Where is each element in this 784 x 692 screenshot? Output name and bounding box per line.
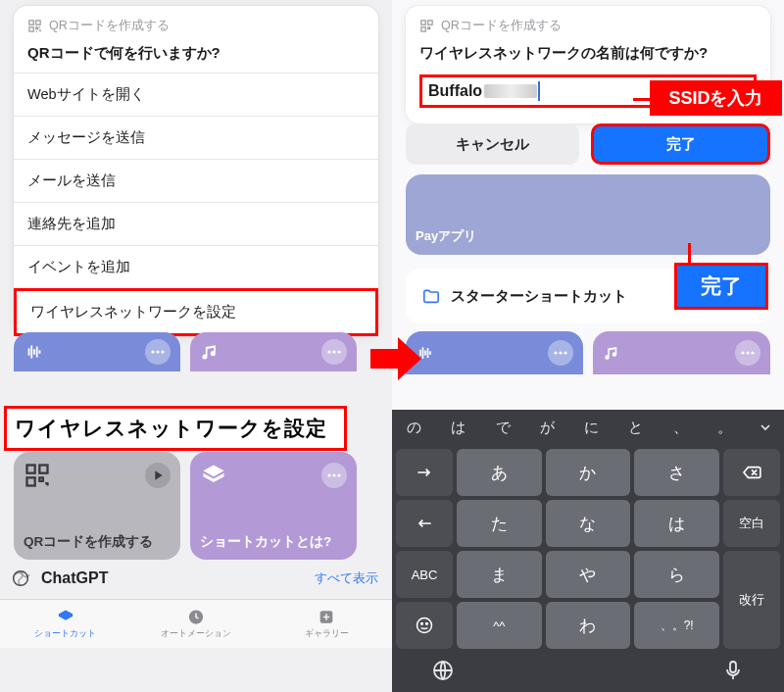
key[interactable]: 、。?! <box>634 602 719 649</box>
kbd-sug[interactable]: が <box>525 410 569 445</box>
svg-point-26 <box>751 351 754 354</box>
layers-icon <box>200 462 227 489</box>
tab-shortcuts[interactable]: ショートカット <box>0 600 130 648</box>
svg-point-21 <box>554 351 557 354</box>
card-label: ショートカットとは? <box>200 534 347 550</box>
globe-icon[interactable] <box>431 659 455 682</box>
key[interactable]: あ <box>457 449 542 496</box>
card-qr[interactable]: QRコードを作成する <box>14 452 180 560</box>
callout-connector <box>688 243 691 265</box>
card-peek[interactable] <box>190 332 357 371</box>
text-cursor <box>538 81 540 101</box>
card-peek[interactable] <box>14 332 180 371</box>
music-icon <box>603 344 620 362</box>
arrow-icon <box>367 329 425 388</box>
svg-rect-31 <box>730 662 736 672</box>
cancel-button[interactable]: キャンセル <box>406 124 579 165</box>
tab-gallery[interactable]: ギャラリー <box>262 600 392 648</box>
svg-rect-9 <box>27 466 35 473</box>
svg-rect-1 <box>36 21 40 25</box>
input-value: Buffalo <box>428 82 482 100</box>
key[interactable]: さ <box>634 449 719 496</box>
list-item[interactable]: 連絡先を追加 <box>14 202 378 245</box>
svg-point-8 <box>337 350 340 353</box>
key[interactable]: や <box>546 551 631 598</box>
key-emoji[interactable] <box>396 602 453 649</box>
see-all-link[interactable]: すべて表示 <box>315 569 378 587</box>
key-arrow[interactable] <box>396 500 453 547</box>
key-arrow[interactable] <box>396 449 453 496</box>
list-item[interactable]: イベントを追加 <box>14 245 378 288</box>
kbd-sug[interactable]: と <box>613 410 658 445</box>
svg-point-23 <box>564 351 566 354</box>
chevron-down-icon[interactable] <box>747 410 784 445</box>
kbd-sug[interactable]: 。 <box>703 410 747 445</box>
key-backspace[interactable] <box>723 449 780 496</box>
key[interactable]: わ <box>546 602 631 649</box>
card-peek[interactable] <box>406 331 583 374</box>
card-peek[interactable] <box>593 331 770 374</box>
key[interactable]: か <box>546 449 631 496</box>
automation-icon <box>185 608 207 626</box>
tab-bar: ショートカット オートメーション ギャラリー <box>0 599 392 648</box>
svg-point-6 <box>327 350 330 353</box>
list-item-wifi[interactable]: ワイヤレスネットワークを設定 <box>14 288 378 336</box>
key[interactable]: な <box>546 500 631 547</box>
tab-automation[interactable]: オートメーション <box>130 600 261 648</box>
svg-point-7 <box>332 350 335 353</box>
svg-point-28 <box>421 623 423 625</box>
card-label: QRコードを作成する <box>24 534 171 550</box>
done-button[interactable]: 完了 <box>591 124 770 165</box>
qr-icon <box>24 462 51 489</box>
svg-point-22 <box>559 351 562 354</box>
callout-wifi-setting: ワイヤレスネットワークを設定 <box>4 406 347 451</box>
key[interactable]: た <box>457 500 542 547</box>
action-list: Webサイトを開く メッセージを送信 メールを送信 連絡先を追加 イベントを追加… <box>14 73 378 336</box>
svg-point-5 <box>161 350 164 353</box>
svg-point-27 <box>417 618 432 633</box>
svg-point-29 <box>426 623 428 625</box>
mic-icon[interactable] <box>721 659 745 682</box>
kbd-sug[interactable]: は <box>436 410 480 445</box>
kbd-sug[interactable]: に <box>569 410 613 445</box>
key[interactable]: ^^ <box>457 602 542 649</box>
pay-tile[interactable]: Payアプリ <box>406 174 770 255</box>
shortcuts-icon <box>55 608 76 626</box>
kbd-sug[interactable]: の <box>392 410 436 445</box>
svg-point-13 <box>332 473 335 476</box>
obscured-text <box>484 84 537 98</box>
key-abc[interactable]: ABC <box>396 551 453 598</box>
chatgpt-icon <box>10 568 31 589</box>
list-item[interactable]: メッセージを送信 <box>14 116 378 159</box>
keyboard[interactable]: の は で が に と 、 。 あ か さ た な は 空白 ABC ま や ら… <box>392 410 784 692</box>
svg-rect-18 <box>421 21 425 25</box>
kbd-sug[interactable]: 、 <box>659 410 703 445</box>
dialog-title: ワイヤレスネットワークの名前は何ですか? <box>419 44 757 63</box>
key[interactable]: ま <box>457 551 542 598</box>
svg-rect-0 <box>29 21 33 25</box>
section-label: ChatGPT <box>41 569 305 587</box>
svg-point-24 <box>741 351 744 354</box>
kbd-suggestions[interactable]: の は で が に と 、 。 <box>392 410 784 445</box>
card-shortcut-info[interactable]: ショートカットとは? <box>190 452 357 560</box>
svg-point-25 <box>746 351 749 354</box>
qr-icon <box>419 19 434 33</box>
dialog-title: QRコードで何を行いますか? <box>27 44 365 63</box>
svg-rect-10 <box>39 466 47 473</box>
list-item[interactable]: Webサイトを開く <box>14 73 378 116</box>
svg-point-3 <box>151 350 154 353</box>
svg-point-12 <box>327 473 330 476</box>
kbd-sug[interactable]: で <box>481 410 525 445</box>
chatgpt-section[interactable]: ChatGPT すべて表示 <box>0 562 392 599</box>
key[interactable]: ら <box>634 551 719 598</box>
key[interactable]: は <box>634 500 719 547</box>
key-return[interactable]: 改行 <box>723 551 780 649</box>
key-space[interactable]: 空白 <box>723 500 780 547</box>
music-icon <box>200 342 220 362</box>
svg-rect-11 <box>27 477 35 485</box>
done-callout: 完了 <box>674 263 768 310</box>
qr-dialog: QRコードを作成する QRコードで何を行いますか? Webサイトを開く メッセー… <box>14 6 378 336</box>
list-item[interactable]: メールを送信 <box>14 159 378 202</box>
qr-icon <box>27 19 42 33</box>
svg-rect-2 <box>29 27 33 31</box>
